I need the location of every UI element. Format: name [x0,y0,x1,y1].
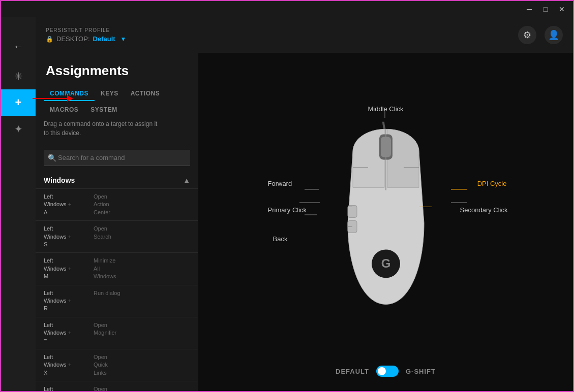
list-item[interactable]: LeftWindows +M MinimizeAllWindows [36,252,198,284]
svg-rect-5 [348,205,357,217]
command-key: LeftWindows +S [44,225,89,248]
command-key: LeftWindows += [44,321,89,345]
back-button[interactable]: ← [1,34,36,59]
section-collapse-icon: ▲ [183,176,190,184]
command-key: LeftWindows +M [44,257,89,280]
default-mode-label: DEFAULT [336,368,369,375]
command-action: OpenActionCenter [94,193,190,216]
lock-icon: 🔒 [46,36,53,43]
search-input[interactable] [44,150,190,166]
command-action: OpenWindowsGame Bar [94,385,190,391]
section-title-windows: Windows [44,176,75,184]
desktop-selector[interactable]: 🔒 DESKTOP: Default ▼ [46,35,126,43]
tab-system[interactable]: SYSTEM [84,103,123,117]
back-label: Back [273,235,288,243]
persistent-profile-label: PERSISTENT PROFILE [46,27,126,33]
secondary-click-label: Secondary Click [460,206,508,214]
mode-toggle-switch[interactable] [376,366,399,377]
assignments-icon: + [15,96,22,109]
command-action: OpenMagnifier [94,321,190,337]
app-header: PERSISTENT PROFILE 🔒 DESKTOP: Default ▼ … [36,17,573,53]
titlebar: ─ □ ✕ [1,1,573,17]
list-item[interactable]: LeftWindows +G OpenWindowsGame Bar [36,381,198,391]
sidebar-item-performance[interactable]: ✦ [1,116,36,142]
header-profile-info: PERSISTENT PROFILE 🔒 DESKTOP: Default ▼ [46,27,126,43]
dpi-cycle-label: DPI Cycle [477,180,507,187]
search-container: 🔍 [36,144,198,172]
performance-icon: ✦ [14,123,23,135]
tab-row-2: MACROS SYSTEM [36,103,198,117]
close-button[interactable]: ✕ [555,3,569,15]
lighting-icon: ✳ [14,70,23,82]
windows-section-header[interactable]: Windows ▲ [36,172,198,188]
mouse-svg: G [330,121,442,314]
desktop-name-label: Default [93,35,115,43]
header-actions: ⚙ 👤 [518,26,563,44]
desktop-prefix-label: DESKTOP: [56,35,90,43]
list-item[interactable]: LeftWindows +A OpenActionCenter [36,188,198,220]
tab-keys[interactable]: KEYS [95,87,125,101]
gshift-mode-label: G-SHIFT [406,368,436,375]
panel-title: Assignments [36,53,198,87]
sidebar-item-lighting[interactable]: ✳ [1,63,36,89]
command-key: LeftWindows +X [44,353,89,377]
forward-label: Forward [268,180,292,187]
mode-toggle: DEFAULT G-SHIFT [336,366,436,377]
command-key: LeftWindows +R [44,289,89,313]
settings-button[interactable]: ⚙ [518,26,536,44]
list-item[interactable]: LeftWindows +X OpenQuickLinks [36,349,198,381]
tab-actions[interactable]: ACTIONS [125,87,166,101]
left-panel: Assignments COMMANDS KEYS ACTIONS MACROS… [36,53,198,391]
command-action: OpenQuickLinks [94,353,190,377]
drag-instruction: Drag a command onto a target to assign i… [36,119,198,144]
user-profile-button[interactable]: 👤 [545,26,563,44]
svg-text:G: G [381,256,390,270]
list-item[interactable]: LeftWindows +S OpenSearch [36,220,198,252]
middle-click-label: Middle Click [368,105,403,113]
red-arrow-indicator [33,94,73,103]
command-action: OpenSearch [94,225,190,241]
sidebar-item-assignments[interactable]: + [1,89,36,116]
primary-click-label: Primary Click [268,206,307,214]
maximize-button[interactable]: □ [538,3,553,15]
chevron-down-icon: ▼ [120,36,127,43]
toggle-knob [378,367,386,375]
command-action: MinimizeAllWindows [94,257,190,280]
mouse-diagram: Middle Click Primary Click Secondary Cli… [259,90,513,354]
list-item[interactable]: LeftWindows +R Run dialog [36,285,198,317]
list-item[interactable]: LeftWindows += OpenMagnifier [36,317,198,349]
svg-marker-1 [67,95,73,102]
right-panel: Middle Click Primary Click Secondary Cli… [198,53,573,391]
search-icon: 🔍 [48,154,56,162]
command-key: LeftWindows +A [44,193,89,216]
command-key: LeftWindows +G [44,385,89,391]
command-action: Run dialog [94,289,190,297]
minimize-button[interactable]: ─ [522,3,536,15]
sidebar: ← ✳ + ✦ [1,17,36,391]
tab-macros[interactable]: MACROS [44,103,84,117]
